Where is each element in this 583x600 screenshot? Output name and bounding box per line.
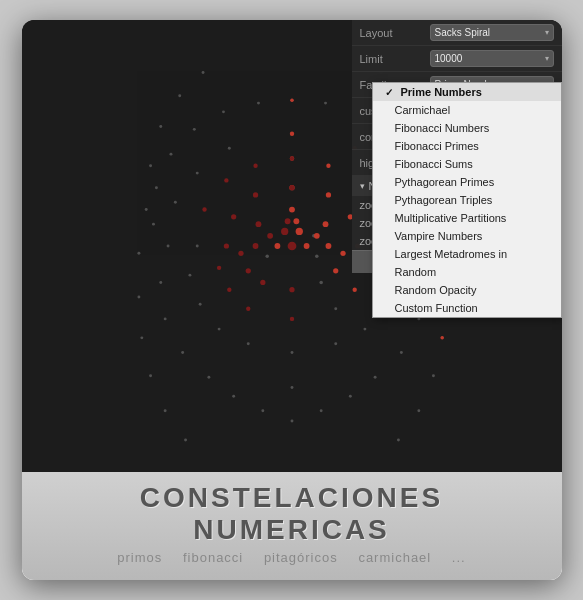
app-frame: esquemat.es Layout Sacks Spiral ▾ Limit … — [22, 20, 562, 580]
svg-point-74 — [152, 223, 155, 226]
svg-point-156 — [260, 280, 265, 285]
svg-point-7 — [315, 254, 318, 257]
svg-point-149 — [281, 228, 288, 235]
dropdown-item-pythagorean-triples[interactable]: Pythagorean Triples — [373, 191, 561, 209]
dropdown-item-multiplicative-partitions[interactable]: Multiplicative Partitions — [373, 209, 561, 227]
svg-point-94 — [431, 374, 434, 377]
svg-point-52 — [334, 342, 337, 345]
svg-point-53 — [246, 342, 249, 345]
svg-point-163 — [227, 288, 231, 292]
svg-point-121 — [340, 251, 345, 256]
svg-point-112 — [232, 395, 235, 398]
svg-point-157 — [289, 287, 294, 292]
svg-point-50 — [363, 328, 366, 331]
svg-point-76 — [154, 186, 157, 189]
svg-point-162 — [216, 266, 220, 270]
svg-point-155 — [245, 268, 250, 273]
layout-row: Layout Sacks Spiral ▾ — [352, 20, 562, 46]
svg-point-152 — [252, 243, 258, 249]
svg-point-84 — [257, 102, 260, 105]
dropdown-item-carmichael[interactable]: Carmichael — [373, 101, 561, 119]
dropdown-item-vampire-numbers[interactable]: Vampire Numbers — [373, 227, 561, 245]
svg-point-65 — [159, 281, 162, 284]
dropdown-item-largest-metadromes[interactable]: Largest Metadromes in — [373, 245, 561, 263]
svg-point-49 — [198, 303, 201, 306]
svg-point-100 — [159, 125, 162, 128]
svg-point-54 — [290, 351, 293, 354]
dropdown-item-fibonacci-numbers[interactable]: Fibonacci Numbers — [373, 119, 561, 137]
svg-point-169 — [289, 156, 293, 160]
dropdown-item-fibonacci-sums[interactable]: Fibonacci Sums — [373, 155, 561, 173]
svg-point-99 — [149, 164, 152, 167]
subtitle-fibonacci: fibonacci — [183, 550, 243, 565]
svg-point-128 — [352, 288, 356, 292]
svg-point-51 — [217, 328, 220, 331]
svg-point-8 — [265, 254, 268, 257]
screen-area: esquemat.es Layout Sacks Spiral ▾ Limit … — [22, 20, 562, 472]
svg-point-105 — [149, 374, 152, 377]
svg-point-62 — [227, 147, 230, 150]
svg-point-113 — [295, 228, 302, 235]
limit-select[interactable]: 10000 ▾ — [430, 50, 554, 67]
svg-point-70 — [373, 376, 376, 379]
layout-select[interactable]: Sacks Spiral ▾ — [430, 24, 554, 41]
svg-point-165 — [289, 317, 293, 321]
svg-point-67 — [163, 317, 166, 320]
limit-select-arrow: ▾ — [545, 54, 549, 63]
svg-point-109 — [319, 409, 322, 412]
main-title: CONSTELACIONES NUMERICAS — [42, 482, 542, 546]
svg-point-116 — [313, 233, 319, 239]
svg-point-115 — [274, 243, 280, 249]
svg-point-106 — [163, 409, 166, 412]
svg-point-47 — [188, 274, 191, 277]
svg-point-158 — [223, 243, 228, 248]
svg-point-119 — [322, 221, 328, 227]
svg-point-101 — [178, 94, 181, 97]
svg-point-164 — [246, 307, 250, 311]
dropdown-item-custom-function[interactable]: Custom Function — [373, 299, 561, 317]
subtitle-primos: primos — [117, 550, 162, 565]
svg-point-111 — [261, 409, 264, 412]
svg-point-161 — [289, 185, 294, 190]
svg-point-167 — [224, 178, 228, 182]
svg-point-38 — [195, 245, 198, 248]
svg-point-151 — [284, 218, 290, 224]
subtitle: primos fibonacci pitagóricos carmichael … — [42, 550, 542, 565]
svg-point-34 — [334, 307, 337, 310]
svg-point-110 — [348, 395, 351, 398]
svg-point-60 — [195, 172, 198, 175]
dropdown-item-fibonacci-primes[interactable]: Fibonacci Primes — [373, 137, 561, 155]
svg-point-20 — [319, 281, 322, 284]
svg-point-83 — [324, 102, 327, 105]
dropdown-item-prime-numbers[interactable]: Prime Numbers — [373, 83, 561, 101]
nav-triangle-icon: ▾ — [360, 181, 365, 191]
svg-point-68 — [399, 351, 402, 354]
svg-point-97 — [137, 252, 140, 255]
dropdown-item-pythagorean-primes[interactable]: Pythagorean Primes — [373, 173, 561, 191]
svg-point-71 — [207, 376, 210, 379]
svg-point-69 — [181, 351, 184, 354]
dropdown-item-random[interactable]: Random — [373, 263, 561, 281]
svg-point-138 — [289, 132, 293, 136]
svg-point-104 — [140, 336, 143, 339]
svg-point-131 — [326, 164, 330, 168]
family-dropdown: Prime Numbers Carmichael Fibonacci Numbe… — [372, 82, 562, 318]
svg-point-117 — [293, 218, 299, 224]
subtitle-ellipsis: ... — [452, 550, 466, 565]
dropdown-item-random-opacity[interactable]: Random Opacity — [373, 281, 561, 299]
svg-point-58 — [173, 201, 176, 204]
layout-select-arrow: ▾ — [545, 28, 549, 37]
svg-point-150 — [267, 233, 273, 239]
svg-point-118 — [325, 243, 331, 249]
svg-point-154 — [238, 251, 243, 256]
svg-point-114 — [303, 243, 309, 249]
svg-point-153 — [255, 221, 261, 227]
svg-point-168 — [253, 164, 257, 168]
svg-point-159 — [231, 214, 236, 219]
svg-point-108 — [290, 420, 293, 423]
layout-label: Layout — [360, 27, 430, 39]
svg-point-98 — [144, 208, 147, 211]
svg-point-160 — [252, 192, 257, 197]
svg-point-56 — [166, 245, 169, 248]
limit-label: Limit — [360, 53, 430, 65]
